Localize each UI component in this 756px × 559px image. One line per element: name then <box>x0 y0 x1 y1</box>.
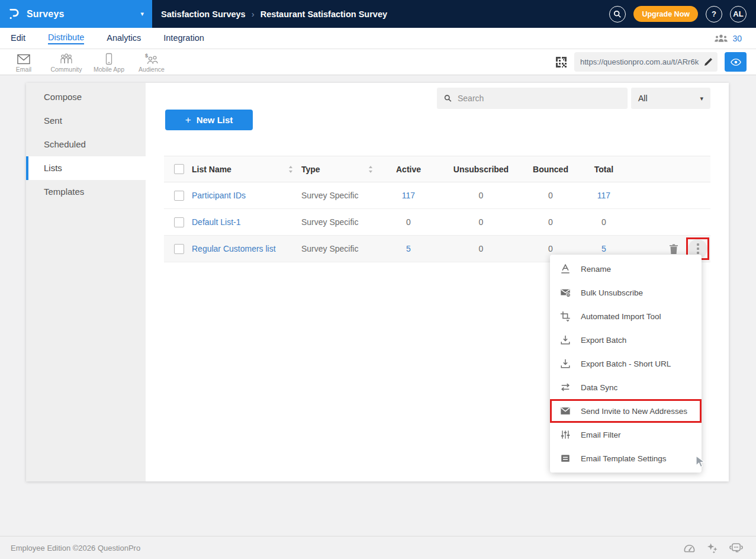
channel-audience[interactable]: $ Audience <box>130 52 173 73</box>
menu-item-email-filter[interactable]: Email Filter <box>550 423 702 446</box>
sidebar-item-templates[interactable]: Templates <box>26 180 146 204</box>
channel-label: Audience <box>139 66 165 73</box>
unsubscribed-count: 0 <box>438 244 524 253</box>
menu-item-export-batch-short-url[interactable]: Export Batch - Short URL <box>550 352 702 375</box>
table-row: Participant IDs Survey Specific 117 0 0 … <box>164 182 710 209</box>
global-search-button[interactable] <box>609 6 626 23</box>
chat-bot-icon[interactable] <box>729 542 743 554</box>
tab-distribute[interactable]: Distribute <box>48 33 84 44</box>
plus-icon: + <box>185 114 191 126</box>
new-list-button[interactable]: + New List <box>165 110 253 130</box>
sidebar-item-lists[interactable]: Lists <box>26 156 146 180</box>
qr-code-icon[interactable] <box>555 56 567 68</box>
product-switcher[interactable]: Surveys ▾ <box>0 0 152 28</box>
sort-icon[interactable] <box>368 166 373 173</box>
audience-channel-icon: $ <box>144 53 159 65</box>
menu-item-rename[interactable]: Rename <box>550 257 702 281</box>
unsubscribed-count: 0 <box>438 217 524 227</box>
search-icon <box>444 94 452 102</box>
list-search-box[interactable] <box>437 88 628 109</box>
edit-url-pencil-icon[interactable] <box>703 57 713 67</box>
mouse-cursor-icon <box>694 455 707 469</box>
menu-item-bulk-unsubscribe[interactable]: Bulk Unsubscribe <box>550 281 702 304</box>
col-list-name: List Name <box>192 165 231 174</box>
preview-survey-button[interactable] <box>725 52 747 72</box>
channel-mobile-app[interactable]: Mobile App <box>88 52 130 73</box>
help-button[interactable]: ? <box>706 6 722 23</box>
list-name-link[interactable]: Regular Customers list <box>189 244 299 253</box>
list-type: Survey Specific <box>299 191 379 200</box>
tab-analytics[interactable]: Analytics <box>107 33 141 44</box>
menu-label: Rename <box>581 265 611 274</box>
menu-label: Bulk Unsubscribe <box>581 288 643 297</box>
delete-list-trash-icon[interactable] <box>668 243 679 255</box>
performance-gauge-icon[interactable] <box>683 542 696 553</box>
row-checkbox[interactable] <box>174 191 184 201</box>
menu-item-send-invite-to-new-addresses[interactable]: Send Invite to New Addresses <box>550 399 702 423</box>
sidebar-item-sent[interactable]: Sent <box>26 109 146 133</box>
col-unsubscribed: Unsubscribed <box>438 165 524 174</box>
tab-edit[interactable]: Edit <box>11 33 25 44</box>
menu-label: Email Template Settings <box>581 454 667 463</box>
main-tab-bar: Edit Distribute Analytics Integration 30 <box>0 28 756 49</box>
bounced-count: 0 <box>524 217 577 227</box>
menu-item-email-template-settings[interactable]: Email Template Settings <box>550 446 702 470</box>
respondent-count: 30 <box>732 34 742 43</box>
active-count[interactable]: 5 <box>379 244 438 253</box>
col-active: Active <box>379 165 438 174</box>
breadcrumb-survey: Restaurant Satisfaction Survey <box>260 9 387 19</box>
avatar[interactable]: AL <box>730 6 747 23</box>
email-filter-icon <box>560 429 571 440</box>
sidebar-item-scheduled[interactable]: Scheduled <box>26 133 146 156</box>
menu-item-export-batch[interactable]: Export Batch <box>550 328 702 352</box>
top-actions: Upgrade Now ? AL <box>609 6 756 23</box>
menu-label: Export Batch <box>581 336 626 345</box>
email-sidebar: Compose Sent Scheduled Lists Templates <box>26 83 146 481</box>
sidebar-item-compose[interactable]: Compose <box>26 85 146 109</box>
total-count[interactable]: 5 <box>577 244 630 253</box>
upgrade-now-button[interactable]: Upgrade Now <box>633 6 698 22</box>
col-type: Type <box>301 165 320 174</box>
channel-label: Email <box>16 66 31 73</box>
channel-label: Mobile App <box>94 66 124 73</box>
mobile-app-channel-icon <box>102 53 116 65</box>
active-count[interactable]: 117 <box>379 191 438 200</box>
survey-url-field[interactable]: https://questionpro.com.au/t/ARr6k <box>574 52 718 72</box>
chevron-down-icon: ▾ <box>140 10 144 18</box>
menu-item-automated-import-tool[interactable]: Automated Import Tool <box>550 304 702 328</box>
menu-item-data-sync[interactable]: Data Sync <box>550 375 702 399</box>
export-batch-icon <box>560 335 571 345</box>
search-icon <box>613 10 622 18</box>
row-checkbox[interactable] <box>174 244 184 254</box>
channel-label: Community <box>50 66 82 73</box>
survey-url: https://questionpro.com.au/t/ARr6k <box>580 57 703 66</box>
respondent-counter[interactable]: 30 <box>714 34 745 43</box>
col-total: Total <box>577 165 630 174</box>
list-search-input[interactable] <box>456 93 620 104</box>
channel-community[interactable]: Community <box>45 52 88 73</box>
select-all-checkbox[interactable] <box>174 164 184 174</box>
table-header-row: List Name Type Active Unsubscribed Bounc… <box>164 156 710 182</box>
row-checkbox[interactable] <box>174 217 184 227</box>
tab-integration[interactable]: Integration <box>163 33 204 44</box>
export-batch-short-url-icon <box>560 358 571 369</box>
svg-text:$: $ <box>145 53 148 59</box>
list-name-link[interactable]: Default List-1 <box>189 217 299 227</box>
chevron-down-icon: ▾ <box>700 95 703 102</box>
ai-sparkles-icon[interactable] <box>707 542 718 554</box>
breadcrumb: Satisfaction Surveys › Restaurant Satisf… <box>161 9 387 19</box>
total-count[interactable]: 117 <box>577 191 630 200</box>
list-name-link[interactable]: Participant IDs <box>189 191 299 200</box>
new-list-label: New List <box>197 115 233 125</box>
list-filter-dropdown[interactable]: All ▾ <box>631 88 710 109</box>
menu-label: Automated Import Tool <box>581 312 661 321</box>
unsubscribed-count: 0 <box>438 191 524 200</box>
channel-email[interactable]: Email <box>2 52 45 73</box>
breadcrumb-folder[interactable]: Satisfaction Surveys <box>161 9 246 19</box>
lists-table: List Name Type Active Unsubscribed Bounc… <box>164 156 710 262</box>
list-type: Survey Specific <box>299 217 379 227</box>
menu-label: Data Sync <box>581 383 617 392</box>
bounced-count: 0 <box>524 191 577 200</box>
email-template-settings-icon <box>560 453 571 464</box>
sort-icon[interactable] <box>288 166 293 173</box>
